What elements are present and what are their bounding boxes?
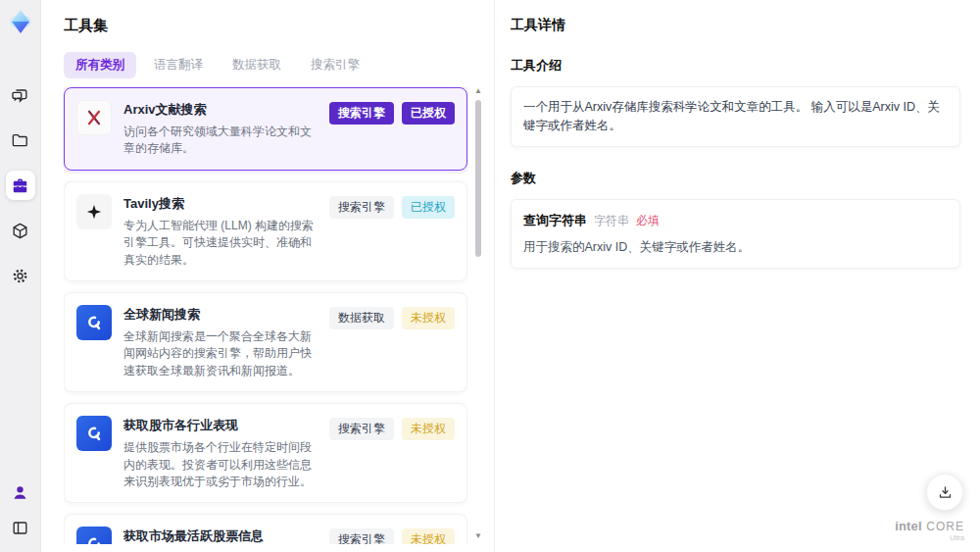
page-title: 工具集: [64, 17, 494, 35]
tool-card[interactable]: 全球新闻搜索 全球新闻搜索是一个聚合全球各大新闻网站内容的搜索引擎，帮助用户快速…: [64, 292, 467, 392]
tool-description: 提供股票市场各个行业在特定时间段内的表现。投资者可以利用这些信息来识别表现优于或…: [123, 439, 318, 490]
chat-icon[interactable]: [6, 80, 35, 110]
category-tab-2[interactable]: 数据获取: [220, 52, 293, 78]
list-scrollbar[interactable]: ▲ ▼: [472, 86, 484, 541]
tool-card[interactable]: 获取市场最活跃股票信息 提供当天交易量最高的股票列表，投资者可以利用这些信息来识…: [64, 514, 467, 544]
intro-heading: 工具介绍: [511, 57, 960, 75]
collapse-panel-icon[interactable]: [6, 513, 35, 542]
params-heading: 参数: [511, 170, 960, 187]
brand-core: core: [926, 520, 964, 533]
sidebar: [0, 0, 41, 552]
category-tab-0[interactable]: 所有类别: [64, 52, 136, 78]
download-icon: [937, 484, 954, 501]
tool-name: Tavily搜索: [123, 195, 318, 213]
scroll-up-icon[interactable]: ▲: [472, 86, 484, 96]
category-tabs: 所有类别语言翻译数据获取搜索引擎: [64, 52, 494, 78]
app-logo-icon[interactable]: [7, 8, 34, 35]
tool-category-badge: 搜索引擎: [329, 528, 394, 544]
tool-auth-badge: 未授权: [402, 418, 455, 440]
param-required-badge: 必填: [636, 212, 660, 229]
tool-name: Arxiv文献搜索: [123, 101, 318, 119]
tool-name: 全球新闻搜索: [123, 306, 318, 324]
swirl-logo-icon: [76, 527, 112, 544]
settings-gear-icon[interactable]: [6, 261, 35, 290]
tool-card[interactable]: Tavily搜索 专为人工智能代理 (LLM) 构建的搜索引擎工具。可快速提供实…: [64, 181, 467, 281]
param-name: 查询字符串: [523, 211, 587, 230]
tool-description: 专为人工智能代理 (LLM) 构建的搜索引擎工具。可快速提供实时、准确和真实的结…: [123, 218, 318, 269]
tool-collection-panel: 工具集 所有类别语言翻译数据获取搜索引擎 Arxiv文献搜索 访问各个研究领域大…: [41, 0, 494, 552]
download-button[interactable]: [926, 474, 963, 511]
category-tab-1[interactable]: 语言翻译: [142, 52, 215, 78]
tool-auth-badge: 未授权: [402, 528, 455, 544]
toolbox-icon[interactable]: [6, 171, 35, 200]
param-box: 查询字符串 字符串 必填 用于搜索的Arxiv ID、关键字或作者姓名。: [511, 199, 960, 269]
sparkle-icon: [76, 194, 112, 229]
param-type: 字符串: [594, 212, 629, 229]
scrollbar-thumb[interactable]: [475, 100, 481, 257]
tool-name: 获取股市各行业表现: [123, 417, 318, 434]
tool-intro-box: 一个用于从Arxiv存储库搜索科学论文和文章的工具。 输入可以是Arxiv ID…: [511, 86, 960, 147]
category-tab-3[interactable]: 搜索引擎: [299, 52, 371, 78]
tool-category-badge: 搜索引擎: [329, 102, 394, 125]
folder-icon[interactable]: [6, 125, 35, 155]
tool-description: 访问各个研究领域大量科学论文和文章的存储库。: [123, 124, 318, 158]
param-description: 用于搜索的Arxiv ID、关键字或作者姓名。: [523, 238, 948, 257]
package-icon[interactable]: [6, 216, 35, 245]
brand-sub: Ultra: [895, 534, 964, 542]
swirl-logo-icon: [76, 305, 112, 340]
user-icon[interactable]: [6, 477, 35, 507]
intel-core-logo: intel core Ultra: [895, 517, 964, 542]
tool-category-badge: 数据获取: [329, 307, 394, 329]
detail-title: 工具详情: [511, 17, 960, 34]
tool-category-badge: 搜索引擎: [329, 418, 394, 440]
tool-detail-panel: 工具详情 工具介绍 一个用于从Arxiv存储库搜索科学论文和文章的工具。 输入可…: [494, 0, 980, 552]
scroll-down-icon[interactable]: ▼: [472, 531, 484, 541]
tool-auth-badge: 已授权: [402, 102, 455, 125]
tool-auth-badge: 已授权: [402, 196, 455, 219]
tool-list: Arxiv文献搜索 访问各个研究领域大量科学论文和文章的存储库。 搜索引擎 已授…: [64, 87, 467, 544]
tool-category-badge: 搜索引擎: [329, 196, 394, 219]
swirl-logo-icon: [76, 416, 112, 451]
arxiv-logo-icon: [76, 100, 112, 135]
tool-description: 全球新闻搜索是一个聚合全球各大新闻网站内容的搜索引擎，帮助用户快速获取全球最新资…: [123, 328, 318, 379]
tool-auth-badge: 未授权: [402, 307, 455, 329]
tool-name: 获取市场最活跃股票信息: [123, 527, 318, 544]
brand-intel: intel: [895, 519, 922, 533]
tool-card[interactable]: 获取股市各行业表现 提供股票市场各个行业在特定时间段内的表现。投资者可以利用这些…: [64, 403, 467, 503]
tool-card[interactable]: Arxiv文献搜索 访问各个研究领域大量科学论文和文章的存储库。 搜索引擎 已授…: [64, 87, 467, 171]
